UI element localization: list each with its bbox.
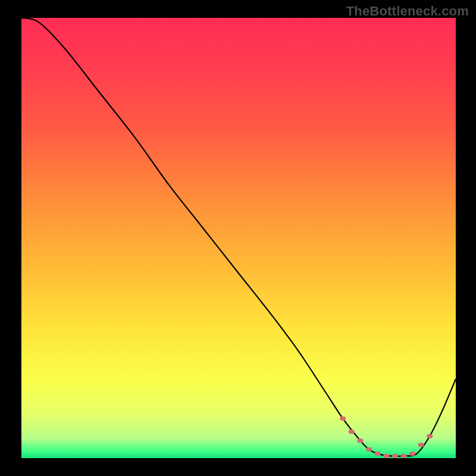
bottleneck-curve xyxy=(21,18,456,458)
optimal-marker xyxy=(375,452,381,456)
optimal-marker xyxy=(392,454,398,458)
optimal-marker xyxy=(383,454,389,458)
optimal-marker xyxy=(357,439,363,443)
optimal-marker xyxy=(418,443,424,447)
optimal-marker xyxy=(349,430,355,434)
plot-area xyxy=(21,18,456,458)
chart-container: { "watermark": "TheBottleneck.com", "col… xyxy=(0,0,476,476)
optimal-marker xyxy=(400,454,406,458)
watermark-text: TheBottleneck.com xyxy=(346,4,469,19)
optimal-marker xyxy=(427,434,433,439)
optimal-marker xyxy=(409,452,415,456)
optimal-marker xyxy=(366,447,372,452)
optimal-marker xyxy=(340,416,346,421)
